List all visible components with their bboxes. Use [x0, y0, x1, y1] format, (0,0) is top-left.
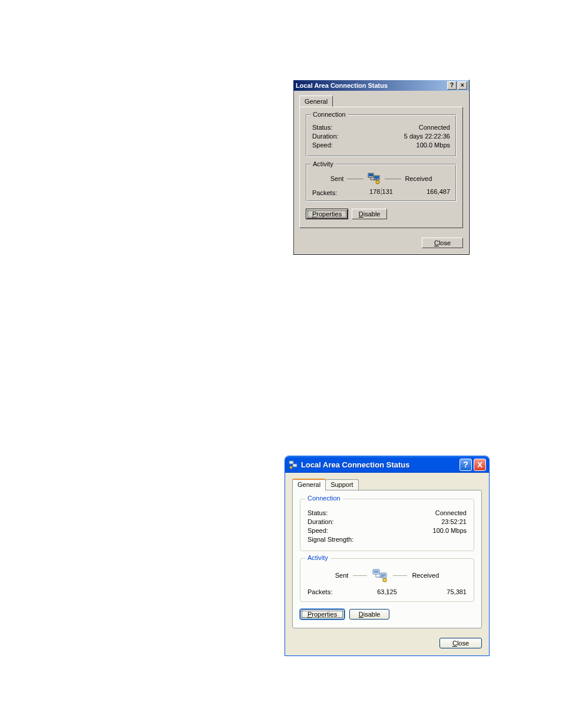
window-title: Local Area Connection Status [301, 460, 458, 469]
connection-status-dialog-classic: Local Area Connection Status ? × General… [293, 80, 470, 255]
svg-rect-9 [374, 571, 379, 574]
tab-strip: General [299, 95, 463, 107]
duration-label: Duration: [312, 133, 339, 140]
svg-rect-3 [375, 176, 379, 179]
tab-support[interactable]: Support [325, 479, 359, 490]
group-activity: Activity Sent [306, 164, 457, 202]
group-legend: Connection [311, 111, 348, 118]
divider-line [353, 575, 367, 576]
group-activity: Activity Sent [300, 558, 474, 602]
connection-status-dialog-xp: Local Area Connection Status ? X General… [285, 456, 490, 656]
group-legend: Connection [305, 495, 343, 502]
help-button[interactable]: ? [447, 81, 457, 90]
tab-panel-general: Connection Status: Connected Duration: 5… [299, 107, 463, 228]
packets-label: Packets: [312, 189, 358, 196]
tab-general[interactable]: General [292, 479, 326, 490]
close-button[interactable]: Close [422, 238, 463, 248]
packets-received-value: 75,381 [414, 588, 467, 595]
speed-value: 100.0 Mbps [433, 527, 467, 534]
status-label: Status: [308, 509, 328, 516]
sent-label: Sent [335, 572, 349, 579]
status-value: Connected [435, 509, 467, 516]
duration-value: 5 days 22:22:36 [404, 133, 450, 140]
divider-line [347, 179, 363, 179]
close-button[interactable]: X [474, 459, 486, 471]
speed-label: Speed: [308, 527, 328, 534]
status-value: Connected [419, 124, 450, 131]
divider-line [381, 188, 382, 195]
svg-point-7 [290, 466, 292, 469]
divider-line [393, 575, 407, 576]
received-label: Received [412, 572, 439, 579]
svg-rect-5 [289, 461, 293, 464]
divider-line [385, 179, 401, 179]
received-label: Received [405, 175, 432, 182]
group-legend: Activity [311, 160, 335, 167]
tab-strip: General Support [292, 477, 482, 490]
titlebar[interactable]: Local Area Connection Status ? X [285, 456, 489, 473]
disable-button[interactable]: Disable [352, 209, 387, 219]
network-connection-icon [289, 460, 298, 469]
window-title: Local Area Connection Status [296, 82, 446, 89]
divider-line [387, 588, 388, 595]
group-connection: Connection Status: Connected Duration: 2… [300, 499, 474, 551]
svg-rect-1 [369, 174, 373, 176]
speed-value: 100.0 Mbps [416, 141, 450, 149]
close-button[interactable]: × [458, 81, 467, 90]
network-activity-icon [372, 568, 388, 582]
duration-label: Duration: [308, 518, 334, 525]
svg-point-12 [383, 578, 386, 582]
svg-point-4 [376, 180, 379, 184]
group-legend: Activity [305, 554, 330, 561]
titlebar[interactable]: Local Area Connection Status ? × [293, 80, 469, 91]
tab-general[interactable]: General [299, 95, 333, 107]
packets-received-value: 166,487 [404, 188, 450, 195]
signal-strength-label: Signal Strength: [308, 536, 353, 543]
status-label: Status: [312, 124, 332, 131]
sent-label: Sent [330, 175, 344, 182]
properties-button[interactable]: Properties [300, 609, 345, 620]
group-connection: Connection Status: Connected Duration: 5… [306, 114, 457, 157]
packets-label: Packets: [308, 588, 361, 595]
svg-rect-6 [293, 464, 297, 467]
properties-button[interactable]: Properties [306, 209, 348, 219]
help-button[interactable]: ? [459, 459, 472, 471]
disable-button[interactable]: Disable [349, 609, 389, 620]
tab-panel-general: Connection Status: Connected Duration: 2… [292, 490, 482, 628]
speed-label: Speed: [312, 141, 333, 149]
duration-value: 23:52:21 [441, 518, 467, 525]
close-button[interactable]: Close [439, 638, 482, 648]
network-activity-icon [367, 173, 381, 185]
